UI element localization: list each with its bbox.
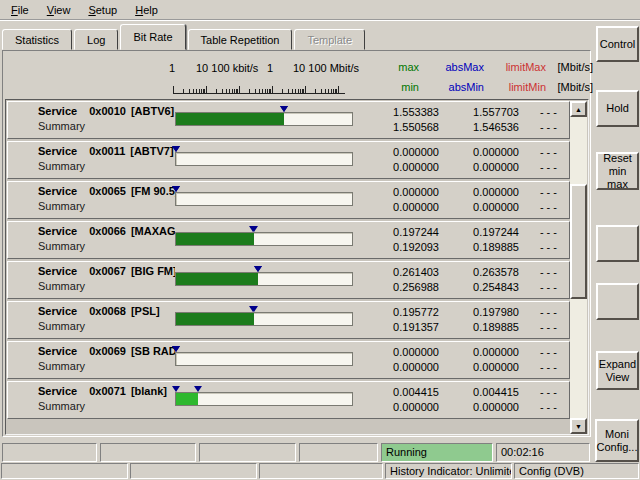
max-marker-icon bbox=[250, 306, 258, 312]
scale-label-1m: 1 bbox=[267, 62, 273, 74]
max-marker-icon bbox=[172, 146, 180, 152]
status-panel bbox=[130, 463, 257, 479]
max-marker-icon bbox=[194, 386, 202, 392]
min-value: 0.256988 bbox=[359, 281, 439, 293]
col-header-limitmax: limitMax bbox=[495, 61, 546, 74]
bitrate-bar-fill bbox=[176, 273, 258, 285]
limitmax-value: - - - bbox=[477, 346, 557, 358]
status-panel bbox=[100, 443, 196, 462]
max-marker-icon bbox=[172, 186, 180, 192]
bitrate-monitor-window: FileViewSetupHelp StatisticsLogBit RateT… bbox=[0, 0, 640, 480]
limitmax-value: - - - bbox=[477, 226, 557, 238]
menu-setup[interactable]: Setup bbox=[79, 0, 126, 21]
bitrate-bar bbox=[175, 232, 353, 246]
bitrate-bar bbox=[175, 312, 353, 326]
limitmax-value: - - - bbox=[477, 106, 557, 118]
max-value: 1.553383 bbox=[359, 106, 439, 118]
bitrate-bar bbox=[175, 272, 353, 286]
min-value: 0.192093 bbox=[359, 241, 439, 253]
history-indicator: History Indicator: Unlimited bbox=[385, 463, 512, 479]
service-row[interactable]: Service0x0067[BIG FM] Summary 0.261403 0… bbox=[7, 261, 570, 299]
status-panel bbox=[2, 443, 97, 462]
service-type-label: Service bbox=[38, 385, 77, 397]
max-value: 0.197244 bbox=[359, 226, 439, 238]
service-list: Service0x0010[ABTV6] Summary 1.553383 1.… bbox=[5, 99, 589, 435]
max-marker-icon bbox=[172, 346, 180, 352]
max-marker-icon bbox=[254, 266, 262, 272]
service-id: 0x0011 bbox=[89, 145, 125, 157]
service-summary-label: Summary bbox=[38, 400, 85, 412]
limitmax-value: - - - bbox=[477, 146, 557, 158]
menu-bar: FileViewSetupHelp bbox=[0, 0, 640, 21]
tab-strip: StatisticsLogBit RateTable RepetitionTem… bbox=[2, 22, 367, 50]
tab-log[interactable]: Log bbox=[74, 29, 118, 50]
service-row[interactable]: Service0x0066[MAXAGRO Summary 0.197244 0… bbox=[7, 221, 570, 259]
col-header-absmin: absMin bbox=[430, 81, 484, 94]
service-row[interactable]: Service0x0010[ABTV6] Summary 1.553383 1.… bbox=[7, 101, 570, 139]
log-scale-ruler bbox=[173, 78, 345, 94]
scrollbar-thumb[interactable] bbox=[570, 184, 587, 299]
service-name: [PSL] bbox=[131, 305, 160, 317]
col-header-unit-bottom: [Mbit/s] bbox=[548, 81, 593, 94]
limitmin-value: - - - bbox=[477, 401, 557, 413]
service-name: [ABTV7] bbox=[130, 145, 173, 157]
moni-config-button[interactable]: Moni Config... bbox=[595, 419, 639, 462]
scale-label-mbit: 10 100 Mbit/s bbox=[293, 62, 359, 74]
service-summary-label: Summary bbox=[38, 320, 85, 332]
col-header-min: min bbox=[375, 81, 419, 94]
service-name: [FM 90.5] bbox=[131, 185, 175, 197]
bitrate-bar bbox=[175, 392, 353, 406]
tab-table-repetition[interactable]: Table Repetition bbox=[188, 29, 293, 50]
service-rows: Service0x0010[ABTV6] Summary 1.553383 1.… bbox=[7, 101, 571, 421]
bitrate-bar-fill bbox=[176, 313, 254, 325]
min-value: 0.000000 bbox=[359, 201, 439, 213]
menu-file[interactable]: File bbox=[2, 0, 38, 21]
service-summary-label: Summary bbox=[38, 280, 85, 292]
max-marker-icon bbox=[280, 106, 288, 112]
side-button-blank-1[interactable] bbox=[596, 225, 639, 262]
tab-bit-rate[interactable]: Bit Rate bbox=[120, 24, 185, 50]
service-name: [BIG FM] bbox=[131, 265, 175, 277]
control-button[interactable]: Control bbox=[596, 26, 639, 62]
limitmax-value: - - - bbox=[477, 266, 557, 278]
service-id: 0x0069 bbox=[89, 345, 126, 357]
hold-button[interactable]: Hold bbox=[596, 90, 639, 127]
max-value: 0.000000 bbox=[359, 346, 439, 358]
max-value: 0.000000 bbox=[359, 186, 439, 198]
bitrate-bar-fill bbox=[176, 393, 198, 405]
menu-help[interactable]: Help bbox=[126, 0, 167, 21]
scale-label-1k: 1 bbox=[169, 62, 175, 74]
service-row[interactable]: Service0x0068[PSL] Summary 0.195772 0.19… bbox=[7, 301, 570, 339]
service-row[interactable]: Service0x0011[ABTV7] Summary 0.000000 0.… bbox=[7, 141, 570, 179]
elapsed-time: 00:02:16 bbox=[496, 443, 590, 462]
status-panel bbox=[1, 463, 128, 479]
min-value: 1.550568 bbox=[359, 121, 439, 133]
reset-min-max-button[interactable]: Reset min max bbox=[596, 152, 639, 190]
scale-label-kbit: 10 100 kbit/s bbox=[196, 62, 258, 74]
side-button-blank-2[interactable] bbox=[596, 283, 639, 320]
service-summary-label: Summary bbox=[38, 360, 85, 372]
expand-view-button[interactable]: Expand View bbox=[596, 351, 639, 390]
limitmin-value: - - - bbox=[477, 321, 557, 333]
service-row[interactable]: Service0x0065[FM 90.5] Summary 0.000000 … bbox=[7, 181, 570, 219]
service-row[interactable]: Service0x0069[SB RADIO Summary 0.000000 … bbox=[7, 341, 570, 379]
max-marker-icon bbox=[250, 226, 258, 232]
vertical-scrollbar[interactable]: ▲ ▼ bbox=[570, 101, 587, 434]
service-name: [MAXAGRO bbox=[131, 225, 175, 237]
service-id: 0x0066 bbox=[89, 225, 126, 237]
scroll-down-icon[interactable]: ▼ bbox=[570, 418, 587, 434]
service-row[interactable]: Service0x0071[blank] Summary 0.004415 0.… bbox=[7, 381, 570, 419]
running-status-badge: Running bbox=[381, 443, 493, 462]
col-header-absmax: absMax bbox=[430, 61, 484, 74]
status-panel bbox=[299, 443, 378, 462]
service-name: [SB RADIO bbox=[131, 345, 175, 357]
scroll-up-icon[interactable]: ▲ bbox=[570, 101, 587, 117]
service-name: [blank] bbox=[131, 385, 167, 397]
tab-statistics[interactable]: Statistics bbox=[2, 29, 72, 50]
tab-template: Template bbox=[294, 29, 365, 50]
service-summary-label: Summary bbox=[38, 240, 85, 252]
limitmin-value: - - - bbox=[477, 201, 557, 213]
bitrate-bar bbox=[175, 152, 353, 166]
menu-view[interactable]: View bbox=[38, 0, 80, 21]
max-value: 0.004415 bbox=[359, 386, 439, 398]
